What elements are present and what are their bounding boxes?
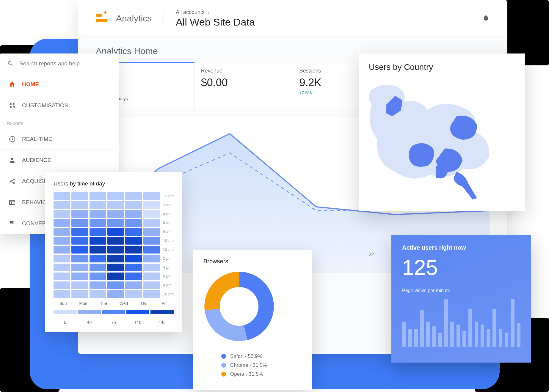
heatmap-cell — [90, 228, 106, 236]
heatmap-card: Users by time of day 12 pm2 am4 am6 am8 … — [45, 172, 182, 332]
account-selector[interactable]: All accounts All Web Site Data — [176, 9, 255, 28]
nav-audience[interactable]: AUDIENCE — [0, 150, 119, 171]
heatmap-cell — [143, 246, 160, 254]
heatmap-legend — [54, 310, 174, 314]
heatmap-cell — [54, 210, 70, 218]
heatmap-cell — [54, 219, 70, 227]
svg-point-6 — [11, 158, 13, 160]
heatmap-cell — [54, 255, 70, 262]
browsers-card: Browsers Safari - 53.9%Chrome - 31.5%Ope… — [193, 250, 312, 390]
heatmap-cell — [71, 290, 88, 298]
heatmap-cell — [54, 264, 70, 271]
bar — [499, 329, 502, 347]
bar — [444, 299, 448, 347]
nav-home[interactable]: HOME — [0, 74, 119, 95]
country-card: Users by Country — [359, 53, 525, 211]
active-users-card: Active users right now 125 Page views pe… — [391, 235, 531, 363]
home-icon — [8, 81, 16, 88]
active-users-sublabel: Page views per minute — [402, 288, 520, 293]
heatmap-cell — [71, 210, 88, 218]
heatmap-cell — [125, 264, 142, 271]
reports-label: Reports — [0, 116, 119, 129]
nav-customisation[interactable]: CUSTOMISATION — [0, 95, 119, 116]
heatmap-title: Users by time of day — [54, 180, 174, 187]
clock-icon — [8, 135, 16, 143]
heatmap-cell — [107, 219, 124, 227]
bar — [487, 329, 490, 347]
nav-real-time[interactable]: REAL-TIME — [0, 129, 119, 150]
heatmap-cell — [125, 210, 142, 218]
heatmap-cell — [90, 281, 106, 289]
bar — [468, 309, 472, 347]
legend-label: Chrome - 31.5% — [230, 362, 267, 368]
heatmap-cell — [71, 192, 88, 200]
svg-rect-10 — [10, 200, 15, 204]
nav-label: AUDIENCE — [22, 157, 51, 163]
heatmap-cell — [90, 290, 106, 298]
europe-map — [369, 77, 515, 202]
header: Analytics All accounts All Web Site Data — [78, 0, 507, 34]
heatmap-cell — [54, 237, 70, 245]
search-input[interactable] — [19, 60, 112, 67]
bar — [505, 333, 508, 347]
heatmap-cell — [54, 228, 70, 236]
heatmap-cell — [143, 264, 160, 271]
heatmap-cell — [107, 192, 124, 200]
nav-label: REAL-TIME — [22, 136, 52, 142]
active-users-label: Active users right now — [402, 244, 520, 251]
flag-icon — [8, 220, 16, 227]
notifications-icon[interactable] — [482, 14, 490, 23]
layout-icon — [8, 199, 16, 206]
heatmap-cell — [90, 210, 106, 218]
heatmap-cell — [71, 246, 88, 254]
heatmap-time-labels: 12 pm2 am4 am6 am8 am10 am12 pm2 pm4 pm6… — [163, 192, 174, 298]
legend-row: Safari - 53.9% — [221, 353, 302, 359]
search-icon — [7, 60, 13, 67]
heatmap-cell — [107, 264, 124, 271]
heatmap-cell — [90, 255, 106, 262]
customisation-icon — [8, 102, 16, 109]
heatmap-day-labels: SunMonTueWedThuFri — [54, 301, 174, 306]
search-row[interactable] — [0, 53, 119, 74]
legend-swatch — [221, 354, 226, 359]
bar — [414, 329, 418, 347]
heatmap-cell — [143, 210, 160, 218]
heatmap-cell — [54, 273, 70, 280]
heatmap-cell — [143, 255, 160, 262]
heatmap-cell — [54, 246, 70, 254]
heatmap-cell — [90, 273, 106, 280]
heatmap-cell — [143, 237, 160, 245]
heatmap-cell — [71, 237, 88, 245]
bar — [492, 309, 496, 347]
heatmap-cell — [143, 281, 160, 289]
nav-label: CUSTOMISATION — [22, 102, 69, 109]
heatmap-cell — [90, 219, 106, 227]
metric-revenue[interactable]: Revenue $0.00 - — [194, 62, 293, 109]
heatmap-cell — [107, 201, 124, 209]
browsers-donut — [203, 271, 275, 342]
svg-rect-4 — [13, 106, 15, 107]
heatmap-cell — [125, 255, 142, 262]
bar — [420, 310, 424, 347]
bar — [402, 322, 406, 347]
bar — [462, 331, 466, 347]
heatmap-cell — [90, 246, 106, 254]
heatmap-cell — [90, 237, 106, 245]
heatmap-cell — [107, 281, 124, 289]
bar — [475, 322, 478, 347]
legend-swatch — [221, 372, 226, 377]
heatmap-cell — [143, 228, 160, 236]
heatmap-cell — [107, 237, 124, 245]
nav-label: HOME — [22, 81, 39, 88]
bar — [450, 322, 454, 347]
svg-point-1 — [13, 103, 15, 105]
share-icon — [8, 177, 16, 185]
heatmap-cell — [90, 264, 106, 271]
heatmap-cell — [54, 201, 70, 209]
heatmap-cell — [71, 264, 88, 271]
heatmap-cell — [107, 210, 124, 218]
heatmap-cell — [125, 273, 142, 280]
browsers-title: Browsers — [203, 258, 302, 265]
account-title: All Web Site Data — [176, 16, 255, 28]
heatmap-cell — [125, 237, 142, 245]
